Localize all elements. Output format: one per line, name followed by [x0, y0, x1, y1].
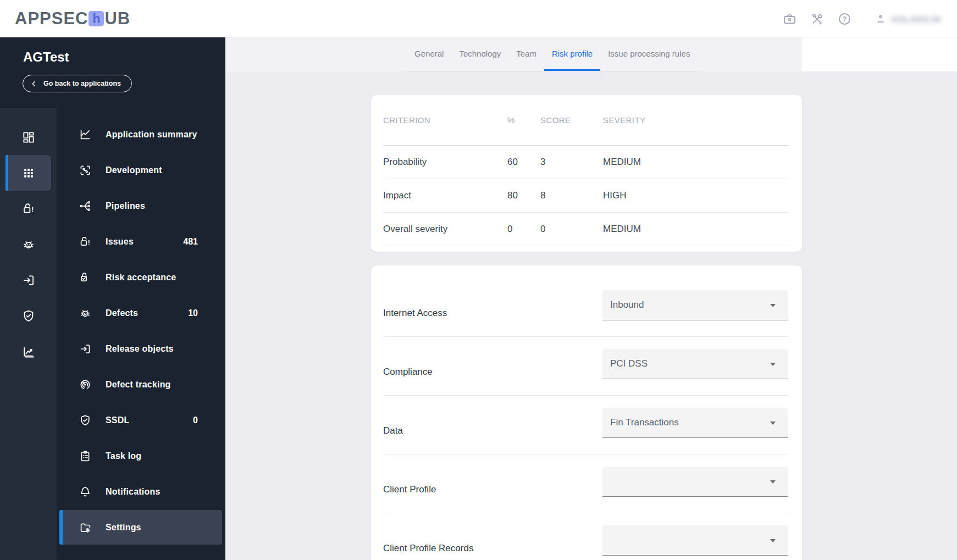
sidebar-item-defect-tracking[interactable]: Defect tracking	[57, 367, 225, 402]
rail-defects[interactable]	[0, 226, 57, 262]
logo-text-post: UB	[104, 9, 130, 29]
briefcase-icon[interactable]	[782, 12, 797, 26]
menu-label: Development	[106, 165, 162, 175]
sidebar-item-issues[interactable]: Issues 481	[57, 224, 225, 259]
chevron-down-icon	[770, 539, 776, 542]
menu-label: Task log	[106, 451, 141, 461]
chevron-left-icon	[30, 80, 37, 87]
lock-open-alert-icon	[79, 235, 92, 248]
form-row-client-profile: Client Profile	[383, 454, 788, 513]
risk-profile-form-card: Internet Access Inbound Compliance PCI D…	[371, 265, 802, 560]
bell-icon	[79, 485, 92, 498]
menu-label: Notifications	[106, 487, 161, 497]
user-menu[interactable]: AGLADILIN	[875, 13, 941, 25]
internet-access-select[interactable]: Inbound	[602, 290, 788, 320]
menu-label: SSDL	[106, 415, 129, 425]
appsechub-logo: APPSEC h UB	[15, 9, 130, 29]
sidebar-item-application-summary[interactable]: Application summary	[57, 117, 225, 152]
logo-text-pre: APPSEC	[15, 9, 88, 29]
client-profile-records-select[interactable]	[602, 525, 788, 556]
tabs: General Technology Team Risk profile Iss…	[407, 37, 698, 71]
chart-icon	[21, 345, 36, 359]
cell-severity: HIGH	[603, 190, 788, 201]
go-back-button[interactable]: Go back to applications	[23, 75, 132, 92]
rail-reports[interactable]	[0, 334, 57, 369]
sidebar-item-risk-acceptance[interactable]: Risk acceptance	[57, 259, 225, 295]
form-row-compliance: Compliance PCI DSS	[383, 337, 788, 396]
sidebar-item-pipelines[interactable]: Pipelines	[57, 188, 225, 224]
shield-check-icon	[79, 414, 92, 427]
form-row-internet-access: Internet Access Inbound	[383, 278, 788, 337]
menu-label: Defects	[106, 308, 138, 318]
tab-issue-processing-rules[interactable]: Issue processing rules	[600, 37, 698, 71]
cell-percent: 60	[507, 157, 540, 168]
field-label: Internet Access	[383, 308, 447, 319]
field-label: Compliance	[383, 367, 433, 378]
client-profile-select[interactable]	[602, 467, 788, 497]
bug-icon	[79, 307, 92, 320]
application-name: AGTest	[23, 49, 69, 65]
field-label: Client Profile Records	[383, 543, 473, 554]
cell-percent: 80	[507, 190, 540, 201]
sidebar-item-notifications[interactable]: Notifications	[57, 474, 225, 509]
bug-icon	[21, 237, 36, 252]
username-redacted: AGLADILIN	[891, 14, 941, 24]
tools-icon[interactable]	[810, 12, 825, 26]
track-changes-icon	[79, 378, 92, 391]
sidebar-item-release-objects[interactable]: Release objects	[57, 331, 225, 367]
menu-label: Issues	[106, 237, 134, 247]
rail-ssdl[interactable]	[0, 298, 57, 334]
cell-criterion: Probability	[383, 157, 507, 168]
chevron-down-icon	[770, 422, 776, 425]
data-select[interactable]: Fin Transactions	[602, 408, 788, 438]
tab-technology[interactable]: Technology	[451, 37, 508, 71]
risk-profile-form: Internet Access Inbound Compliance PCI D…	[371, 265, 802, 560]
icon-rail	[0, 108, 57, 560]
chevron-down-icon	[770, 304, 776, 307]
help-icon[interactable]: ?	[837, 12, 852, 26]
menu-label: Risk acceptance	[106, 273, 176, 282]
form-row-client-profile-records: Client Profile Records	[383, 513, 788, 560]
menu-count-badge: 481	[183, 237, 198, 247]
table-row: Probability 60 3 MEDIUM	[383, 146, 788, 179]
sidebar-menu: Application summary Development Pipeline…	[57, 108, 225, 545]
sidebar-item-defects[interactable]: Defects 10	[57, 295, 225, 331]
compliance-select[interactable]: PCI DSS	[602, 349, 788, 379]
sidebar-item-settings[interactable]: Settings	[59, 510, 222, 545]
rail-release-objects[interactable]	[0, 262, 57, 298]
selected-value: PCI DSS	[602, 349, 788, 379]
go-back-label: Go back to applications	[43, 80, 121, 87]
col-score: SCORE	[540, 115, 603, 125]
cell-severity: MEDIUM	[603, 224, 788, 235]
dashboard-icon	[21, 130, 36, 145]
cell-criterion: Overall severity	[383, 224, 507, 235]
cell-percent: 0	[507, 224, 540, 235]
rail-dashboard[interactable]	[0, 119, 57, 155]
user-icon	[875, 13, 887, 25]
menu-label: Settings	[106, 523, 141, 533]
selected-value: Fin Transactions	[602, 408, 788, 437]
sidebar-item-development[interactable]: Development	[57, 152, 225, 188]
sidebar-item-ssdl[interactable]: SSDL 0	[57, 402, 225, 438]
cell-criterion: Impact	[383, 190, 507, 201]
main-content: General Technology Team Risk profile Iss…	[225, 37, 957, 560]
chevron-down-icon	[770, 363, 776, 366]
chart-line-icon	[79, 128, 92, 141]
col-severity: SEVERITY	[603, 115, 788, 125]
sidebar-item-task-log[interactable]: Task log	[57, 438, 225, 474]
rail-issues[interactable]	[0, 191, 57, 226]
tab-general[interactable]: General	[407, 37, 451, 71]
menu-label: Application summary	[106, 130, 197, 140]
lock-open-alert-icon	[21, 202, 36, 216]
top-header: APPSEC h UB ?	[0, 0, 957, 37]
apps-grid-icon	[22, 167, 35, 180]
tab-team[interactable]: Team	[508, 37, 544, 71]
table-row: Overall severity 0 0 MEDIUM	[383, 213, 788, 246]
field-label: Client Profile	[383, 484, 436, 495]
tab-risk-profile[interactable]: Risk profile	[544, 37, 600, 71]
rail-applications[interactable]	[0, 155, 57, 191]
col-percent: %	[507, 115, 540, 125]
menu-count-badge: 0	[193, 415, 198, 425]
table-row: Impact 80 8 HIGH	[383, 179, 788, 213]
col-criterion: CRITERION	[383, 115, 507, 125]
